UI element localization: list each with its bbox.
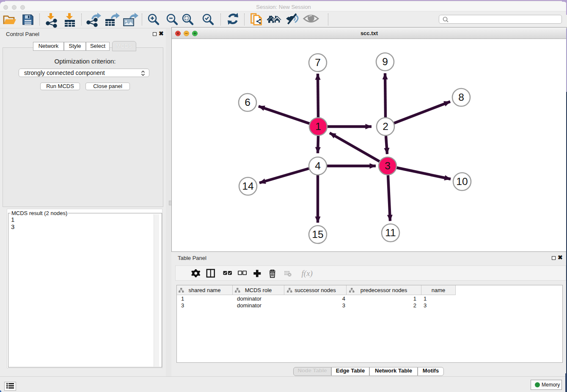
- svg-text:1: 1: [315, 121, 321, 132]
- svg-text:10: 10: [456, 176, 468, 187]
- svg-text:2: 2: [383, 121, 388, 132]
- svg-text:14: 14: [242, 180, 253, 192]
- svg-text:4: 4: [315, 160, 321, 171]
- svg-text:7: 7: [315, 57, 321, 68]
- svg-text:11: 11: [385, 227, 396, 238]
- svg-text:6: 6: [245, 97, 250, 108]
- svg-text:15: 15: [312, 229, 323, 240]
- svg-text:9: 9: [382, 56, 388, 67]
- svg-text:3: 3: [385, 160, 391, 171]
- svg-text:f(x): f(x): [302, 269, 313, 278]
- svg-text:8: 8: [458, 91, 464, 103]
